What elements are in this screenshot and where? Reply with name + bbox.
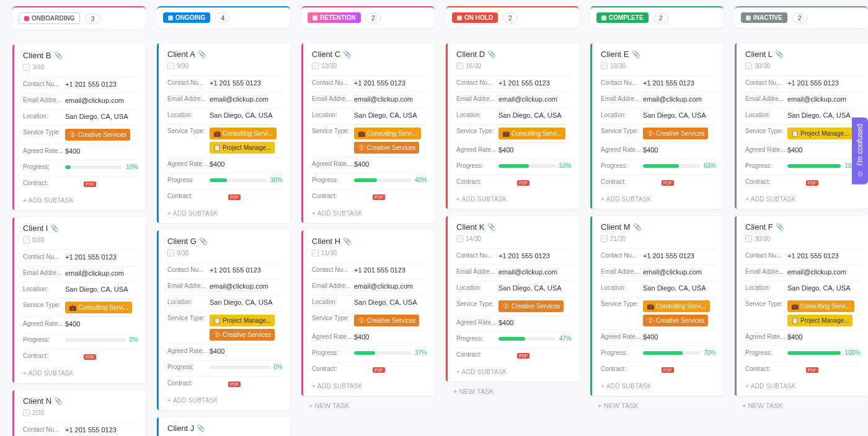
- client-card[interactable]: Client K📎✓14/30Contact Nu...+1 201 555 0…: [446, 216, 579, 381]
- card-title[interactable]: Client L📎: [745, 50, 861, 59]
- service-tag[interactable]: 💼Consulting Servi...: [65, 302, 132, 313]
- client-card[interactable]: Client C📎✓12/30Contact Nu...+1 201 555 0…: [301, 43, 435, 223]
- field-row: Contact Nu...+1 201 555 0123: [601, 248, 716, 264]
- contract-value[interactable]: PDF: [210, 380, 283, 387]
- add-subtask-button[interactable]: + ADD SUBTASK: [745, 378, 861, 391]
- add-subtask-button[interactable]: + ADD SUBTASK: [601, 191, 716, 204]
- card-title[interactable]: Client E📎: [601, 50, 716, 59]
- service-tag[interactable]: 📋Project Manage...: [787, 315, 852, 326]
- column-retention: RETENTION2Client C📎✓12/30Contact Nu...+1…: [301, 6, 435, 436]
- field-row: Location:San Diego, CA, USA: [745, 108, 861, 124]
- status-pill[interactable]: RETENTION: [308, 12, 361, 23]
- status-pill[interactable]: ON HOLD: [452, 12, 498, 23]
- status-pill[interactable]: INACTIVE: [741, 12, 787, 23]
- client-card[interactable]: Client E📎✓19/30Contact Nu...+1 201 555 0…: [590, 43, 724, 209]
- feedback-tab[interactable]: I'm confused: [852, 118, 868, 185]
- service-tag[interactable]: 🎨Creative Services: [643, 128, 708, 139]
- add-subtask-button[interactable]: + ADD SUBTASK: [456, 364, 572, 377]
- contract-value[interactable]: PDF: [643, 365, 716, 373]
- card-title[interactable]: Client C📎: [312, 50, 427, 59]
- column-header[interactable]: INACTIVE2: [735, 6, 868, 28]
- new-task-button[interactable]: + NEW TASK: [301, 396, 435, 416]
- add-subtask-button[interactable]: + ADD SUBTASK: [456, 191, 572, 204]
- contract-value[interactable]: PDF: [210, 193, 283, 200]
- service-tag[interactable]: 🎨Creative Services: [354, 315, 419, 326]
- field-row: Contact Nu...+1 201 555 0123: [456, 248, 572, 264]
- add-subtask-button[interactable]: + ADD SUBTASK: [167, 205, 283, 218]
- contract-value[interactable]: PDF: [354, 365, 427, 373]
- contract-value[interactable]: PDF: [498, 351, 572, 359]
- column-header[interactable]: RETENTION2: [301, 6, 435, 28]
- client-card[interactable]: Client G📎✓0/30Contact Nu...+1 201 555 01…: [157, 230, 290, 410]
- service-tag[interactable]: 💼Consulting Servi...: [787, 300, 854, 312]
- pdf-icon: PDF: [228, 381, 241, 387]
- card-title[interactable]: Client B📎: [23, 51, 138, 60]
- card-title[interactable]: Client A📎: [167, 50, 283, 59]
- card-title[interactable]: Client G📎: [167, 237, 283, 246]
- add-subtask-button[interactable]: + ADD SUBTASK: [23, 192, 138, 205]
- progress-wrap: 53%: [498, 162, 572, 169]
- service-tag[interactable]: 💼Consulting Servi...: [498, 128, 565, 139]
- service-tag[interactable]: 🎨Creative Services: [354, 142, 419, 154]
- card-title[interactable]: Client I📎: [23, 224, 138, 233]
- service-tag[interactable]: 🎨Creative Services: [498, 300, 564, 312]
- client-card[interactable]: Client L📎✓30/30Contact Nu...+1 201 555 0…: [735, 43, 868, 209]
- status-pill[interactable]: ONGOING: [163, 12, 210, 23]
- column-header[interactable]: ONGOING4: [157, 6, 290, 28]
- client-card[interactable]: Client A📎✓9/30Contact Nu...+1 201 555 01…: [157, 43, 290, 223]
- client-card[interactable]: Client M📎✓21/30Contact Nu...+1 201 555 0…: [590, 216, 724, 396]
- column-header[interactable]: ONBOARDING3: [12, 6, 146, 29]
- field-row: Agreed Rate...$400: [312, 157, 427, 173]
- contract-value[interactable]: PDF: [643, 178, 716, 186]
- contract-value[interactable]: PDF: [787, 365, 861, 373]
- card-title[interactable]: Client M📎: [601, 222, 716, 232]
- service-tag[interactable]: 📋Project Manage...: [210, 142, 275, 154]
- add-subtask-button[interactable]: + ADD SUBTASK: [23, 365, 138, 378]
- service-tag[interactable]: 📋Project Manage...: [210, 315, 275, 326]
- column-header[interactable]: ON HOLD2: [446, 6, 579, 28]
- card-title[interactable]: Client N📎: [23, 396, 138, 406]
- client-name: Client G: [167, 237, 197, 246]
- client-card[interactable]: Client F📎✓30/30Contact Nu...+1 201 555 0…: [735, 216, 868, 396]
- new-task-button[interactable]: + NEW TASK: [590, 396, 724, 416]
- add-subtask-button[interactable]: + ADD SUBTASK: [601, 378, 716, 391]
- add-subtask-button[interactable]: + ADD SUBTASK: [745, 191, 861, 204]
- add-subtask-button[interactable]: + ADD SUBTASK: [312, 378, 427, 391]
- status-pill[interactable]: ONBOARDING: [19, 12, 80, 24]
- tag-text: Creative Services: [367, 317, 415, 324]
- add-subtask-button[interactable]: + ADD SUBTASK: [312, 205, 427, 218]
- contract-value[interactable]: PDF: [65, 352, 138, 360]
- contract-value[interactable]: PDF: [354, 193, 427, 200]
- contract-value[interactable]: PDF: [787, 178, 861, 186]
- new-task-button[interactable]: + NEW TASK: [735, 396, 868, 416]
- contract-value[interactable]: PDF: [65, 180, 138, 187]
- service-tag[interactable]: 📋Project Manage...: [787, 128, 852, 139]
- client-card[interactable]: Client I📎✓0/30Contact Nu...+1 201 555 01…: [12, 217, 146, 383]
- client-card[interactable]: Client H📎✓11/30Contact Nu...+1 201 555 0…: [301, 230, 435, 396]
- field-row: Location:San Diego, CA, USA: [23, 282, 138, 298]
- status-pill[interactable]: COMPLETE: [596, 12, 649, 23]
- card-title[interactable]: Client D📎: [456, 50, 572, 59]
- field-row: Progress:30%: [167, 173, 283, 189]
- client-card[interactable]: Client N📎✓2/30Contact Nu...+1 201 555 01…: [12, 390, 146, 436]
- service-tag[interactable]: 💼Consulting Servi...: [210, 128, 277, 139]
- field-label: Email Addre...: [456, 268, 498, 275]
- contract-value[interactable]: PDF: [498, 178, 572, 186]
- add-subtask-button[interactable]: + ADD SUBTASK: [167, 392, 283, 405]
- service-tag[interactable]: 🎨Creative Services: [210, 329, 275, 341]
- field-label: Agreed Rate...: [167, 160, 210, 167]
- service-tag[interactable]: 💼Consulting Servi...: [354, 128, 421, 139]
- card-title[interactable]: Client H📎: [312, 237, 427, 246]
- service-tag[interactable]: 💼Consulting Servi...: [643, 300, 710, 312]
- client-card[interactable]: Client J📎✓10/30: [157, 417, 290, 436]
- service-tag[interactable]: 🎨Creative Services: [643, 315, 708, 326]
- card-title[interactable]: Client J📎: [167, 424, 283, 433]
- progress-bar: [643, 351, 700, 355]
- client-card[interactable]: Client B📎✓3/30Contact Nu...+1 201 555 01…: [12, 45, 146, 210]
- new-task-button[interactable]: + NEW TASK: [446, 381, 579, 401]
- service-tag[interactable]: 🎨Creative Services: [65, 129, 130, 141]
- card-title[interactable]: Client K📎: [456, 222, 572, 232]
- card-title[interactable]: Client F📎: [745, 222, 861, 232]
- client-card[interactable]: Client D📎✓16/30Contact Nu...+1 201 555 0…: [446, 43, 579, 209]
- column-header[interactable]: COMPLETE2: [590, 6, 724, 28]
